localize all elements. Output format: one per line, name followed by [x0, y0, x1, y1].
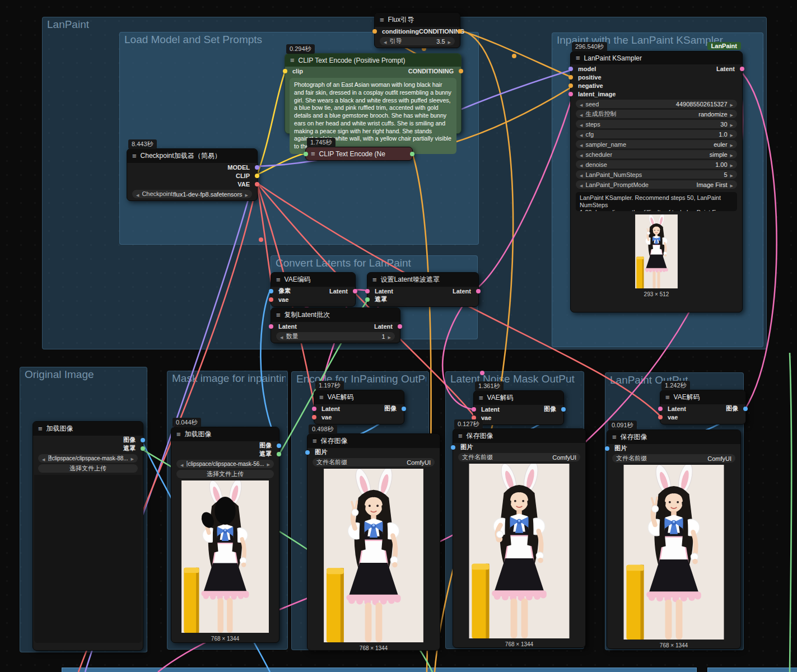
- output-slot-image[interactable]: [141, 438, 145, 442]
- output-slot-image[interactable]: [402, 407, 406, 411]
- collapsed-input-dot[interactable]: [304, 152, 308, 156]
- increment-arrow-icon[interactable]: [730, 171, 733, 178]
- node-menu-icon[interactable]: [38, 424, 43, 433]
- node-repeat-latent-batch[interactable]: 复制Latent批次 Latent Latent 数量 1: [271, 307, 400, 343]
- input-slot-latent[interactable]: [269, 324, 273, 329]
- increment-arrow-icon[interactable]: [730, 181, 733, 188]
- node-menu-icon[interactable]: [132, 152, 137, 160]
- decrement-arrow-icon[interactable]: [580, 121, 582, 128]
- output-slot-image[interactable]: [561, 407, 566, 412]
- increment-arrow-icon[interactable]: [388, 333, 391, 340]
- node-menu-icon[interactable]: [576, 54, 580, 62]
- increment-arrow-icon[interactable]: [730, 101, 733, 108]
- decrement-arrow-icon[interactable]: [580, 141, 582, 148]
- guidance-widget[interactable]: 引导 3.5: [380, 37, 455, 45]
- increment-arrow-icon[interactable]: [245, 191, 248, 198]
- input-slot-vae[interactable]: [658, 415, 663, 419]
- increment-arrow-icon[interactable]: [730, 141, 733, 148]
- input-slot-images[interactable]: [305, 450, 310, 455]
- node-vae-encode[interactable]: VAE编码 像素 Latent vae: [271, 272, 356, 307]
- filename-prefix-widget[interactable]: 文件名前缀 ComfyUI: [313, 458, 435, 466]
- increment-arrow-icon[interactable]: [448, 38, 451, 45]
- preview-image[interactable]: [618, 465, 730, 641]
- increment-arrow-icon[interactable]: [730, 161, 733, 168]
- decrement-arrow-icon[interactable]: [580, 181, 582, 188]
- node-menu-icon[interactable]: [176, 430, 181, 438]
- node-vae-decode-latent-noise[interactable]: 1.361秒 VAE解码 Latent 图像 vae: [473, 390, 564, 425]
- input-slot-model[interactable]: [568, 67, 573, 71]
- input-slot-latent[interactable]: [312, 407, 316, 411]
- node-set-latent-noise-mask[interactable]: 设置Latent噪波遮罩 Latent Latent 遮罩: [367, 272, 479, 307]
- sampler-name-widget[interactable]: sampler_nameeuler: [576, 140, 737, 148]
- cfg-widget[interactable]: cfg1.0: [576, 130, 737, 138]
- increment-arrow-icon[interactable]: [730, 111, 733, 118]
- node-menu-icon[interactable]: [313, 437, 317, 445]
- decrement-arrow-icon[interactable]: [580, 161, 582, 168]
- decrement-arrow-icon[interactable]: [180, 461, 183, 468]
- masked-image-preview[interactable]: 768 × 1344: [171, 480, 279, 642]
- increment-arrow-icon[interactable]: [730, 121, 733, 128]
- node-save-image-lanpaint[interactable]: 0.091秒 保存图像 图片 文件名前缀 ComfyUI 768 × 1344: [607, 430, 741, 649]
- input-slot-latent[interactable]: [472, 407, 476, 412]
- node-vae-decode-lanpaint[interactable]: 1.242秒 VAE解码 Latent 图像 vae: [660, 390, 746, 424]
- input-slot-latent-image[interactable]: [568, 92, 573, 96]
- decrement-arrow-icon[interactable]: [136, 191, 139, 198]
- input-slot-images[interactable]: [605, 446, 609, 451]
- lanpaint-numsteps-widget[interactable]: LanPaint_NumSteps5: [576, 170, 737, 179]
- output-slot-conditioning[interactable]: [458, 29, 462, 34]
- node-load-image-original[interactable]: 加载图像 图像 遮罩 图像 clipspace/clipspace-mask-8…: [32, 421, 143, 651]
- scheduler-widget[interactable]: schedulersimple: [576, 150, 737, 158]
- increment-arrow-icon[interactable]: [730, 131, 733, 138]
- output-slot-mask[interactable]: [277, 452, 281, 456]
- node-collapse-icon[interactable]: [311, 150, 315, 158]
- amount-widget[interactable]: 数量 1: [276, 332, 395, 340]
- lanpaint-promptmode-widget[interactable]: LanPaint_PromptModeImage First: [576, 180, 737, 189]
- increment-arrow-icon[interactable]: [730, 151, 733, 158]
- saved-image-preview[interactable]: 768 × 1344: [307, 469, 440, 651]
- output-slot-model[interactable]: [255, 165, 259, 170]
- steps-widget[interactable]: steps30: [576, 120, 737, 128]
- choose-file-upload-button[interactable]: 选择文件上传: [176, 470, 274, 478]
- output-slot-image[interactable]: [743, 407, 748, 411]
- output-slot-conditioning[interactable]: [459, 69, 463, 73]
- seed-widget[interactable]: seed449085502615327: [576, 100, 737, 108]
- node-clip-text-encode-negative-collapsed[interactable]: 1.745秒 CLIP Text Encode (Ne: [305, 147, 413, 161]
- control-after-generate-widget[interactable]: 生成后控制randomize: [576, 110, 737, 118]
- input-slot-clip[interactable]: [283, 69, 287, 73]
- input-slot-positive[interactable]: [568, 75, 573, 80]
- output-slot-image[interactable]: [277, 444, 281, 448]
- output-slot-vae[interactable]: [255, 182, 259, 186]
- output-slot-mask[interactable]: [141, 446, 145, 451]
- preview-image[interactable]: [463, 464, 575, 640]
- input-slot-pixels[interactable]: [269, 289, 273, 293]
- node-load-image-mask[interactable]: 0.044秒 加载图像 图像 遮罩 图像 clipspace/clipspace…: [171, 427, 279, 643]
- node-menu-icon[interactable]: [458, 432, 463, 440]
- choose-file-upload-button[interactable]: 选择文件上传: [38, 464, 138, 473]
- filename-prefix-widget[interactable]: 文件名前缀 ComfyUI: [612, 454, 735, 463]
- node-menu-icon[interactable]: [276, 276, 281, 284]
- decrement-arrow-icon[interactable]: [280, 333, 283, 340]
- node-flux-guidance[interactable]: Flux引导 conditioning CONDITIONING 引导 3.5: [374, 12, 460, 48]
- node-menu-icon[interactable]: [319, 393, 324, 402]
- preview-image[interactable]: [630, 214, 683, 290]
- input-slot-negative[interactable]: [568, 83, 573, 88]
- input-slot-latent[interactable]: [365, 289, 370, 293]
- input-slot-latent[interactable]: [658, 407, 663, 411]
- saved-image-preview[interactable]: 768 × 1344: [453, 464, 585, 647]
- decrement-arrow-icon[interactable]: [580, 111, 582, 118]
- node-menu-icon[interactable]: [380, 16, 384, 24]
- image-file-widget[interactable]: 图像 clipspace/clipspace-mask-56...: [176, 460, 274, 468]
- checkpoint-name-widget[interactable]: Checkpoint名称 flux1-dev-fp8.safetensors: [132, 190, 252, 198]
- input-slot-conditioning[interactable]: [372, 29, 377, 34]
- increment-arrow-icon[interactable]: [267, 461, 270, 467]
- node-menu-icon[interactable]: [276, 311, 281, 319]
- output-slot-latent[interactable]: [398, 324, 402, 329]
- decrement-arrow-icon[interactable]: [580, 131, 582, 138]
- input-slot-mask[interactable]: [365, 297, 370, 302]
- node-menu-icon[interactable]: [665, 393, 670, 402]
- ksampler-preview[interactable]: 293 × 512: [571, 214, 742, 297]
- input-slot-images[interactable]: [451, 445, 455, 450]
- preview-image[interactable]: [318, 469, 430, 643]
- decrement-arrow-icon[interactable]: [580, 101, 582, 108]
- node-menu-icon[interactable]: [290, 56, 295, 64]
